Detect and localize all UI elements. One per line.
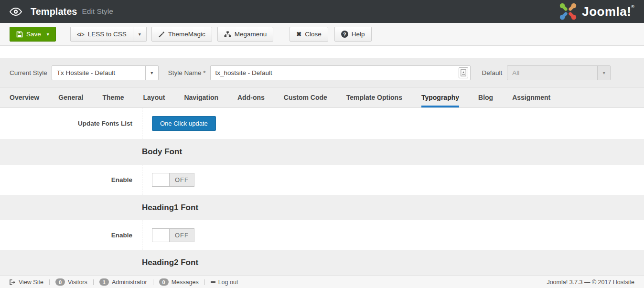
current-style-value: Tx Hostsite - Default [52,69,145,76]
code-icon: </> [77,32,85,37]
one-click-update-button[interactable]: One Click update [152,116,216,131]
tab-template-options[interactable]: Template Options [346,87,402,107]
style-name-wrap [210,65,471,80]
toolbar: Save ▾ </> LESS to CSS ▾ ThemeMagic [0,23,644,46]
admin-header: Templates Edit Style Joomla! ® [0,0,644,23]
view-site-link[interactable]: View Site [10,279,43,286]
body-font-enable-row: Enable OFF [0,165,644,195]
status-bar: View Site 0 Visitors 1 Administrator 0 M… [0,276,644,288]
tab-custom-code[interactable]: Custom Code [284,87,327,107]
megamenu-button[interactable]: Megamenu [217,27,274,42]
visitors-label: Visitors [68,279,87,286]
default-select[interactable]: All ▾ [507,65,611,80]
logout-link[interactable]: Log out [211,279,238,286]
messages-link[interactable]: 0 Messages [159,278,199,286]
save-label: Save [26,31,41,38]
logout-icon [211,281,215,283]
input-keyboard-icon [459,67,468,78]
visitors-link[interactable]: 0 Visitors [55,278,87,286]
toggle-handle[interactable] [152,173,170,187]
joomla-logo-icon [558,1,578,21]
body-font-enable-toggle[interactable]: OFF [152,173,194,187]
tab-overview[interactable]: Overview [10,87,39,107]
heading1-font-heading: Heading1 Font [142,203,198,213]
style-name-input[interactable] [210,65,471,80]
style-name-label: Style Name * [168,69,206,76]
exit-arrow-icon [10,279,16,285]
enable-control: OFF [142,220,194,250]
current-style-label: Current Style [10,69,47,76]
divider [204,279,205,285]
view-site-label: View Site [19,279,43,286]
heading1-font-section: Heading1 Font [0,195,644,220]
default-select-caret[interactable]: ▾ [597,66,610,80]
page-subtitle: Edit Style [82,7,113,16]
toggle-state-label: OFF [170,173,194,187]
chevron-down-icon: ▾ [150,70,153,75]
save-button[interactable]: Save ▾ [10,27,56,42]
update-fonts-row: Update Fonts List One Click update [0,108,644,139]
less-to-css-button[interactable]: </> LESS to CSS [70,27,133,42]
chevron-down-icon: ▾ [603,70,605,75]
default-value: All [507,69,597,76]
save-caret-icon[interactable]: ▾ [47,32,49,37]
body-font-heading: Body Font [142,147,182,157]
megamenu-label: Megamenu [235,31,267,38]
update-fonts-label: Update Fonts List [0,120,132,127]
heading1-font-enable-row: Enable OFF [0,220,644,250]
spacer [0,46,644,58]
joomla-logo-text: Joomla! [582,4,631,19]
help-icon: ? [341,31,348,38]
help-label: Help [352,31,365,38]
close-button[interactable]: ✖ Close [290,27,328,42]
divider [153,279,153,285]
heading2-font-section: Heading2 Font [0,250,644,276]
administrator-link[interactable]: 1 Administrator [99,278,147,286]
thememagic-label: ThemeMagic [168,31,205,38]
enable-control: OFF [142,165,194,195]
tab-layout[interactable]: Layout [143,87,165,107]
sitemap-icon [224,31,231,37]
enable-label: Enable [0,232,132,239]
administrator-label: Administrator [112,279,147,286]
toggle-handle[interactable] [152,228,170,242]
update-fonts-control: One Click update [142,108,216,139]
close-label: Close [305,31,322,38]
messages-count-badge: 0 [159,278,169,286]
toggle-state-label: OFF [170,228,194,242]
messages-label: Messages [172,279,199,286]
current-style-select[interactable]: Tx Hostsite - Default ▾ [52,65,159,80]
less-to-css-group: </> LESS to CSS ▾ [70,27,147,42]
tab-typography[interactable]: Typography [421,87,459,107]
close-icon: ✖ [296,31,301,38]
tab-bar: Overview General Theme Layout Navigation… [0,87,644,108]
help-button[interactable]: ? Help [334,27,372,42]
body-font-section: Body Font [0,139,644,165]
enable-label: Enable [0,176,132,183]
thememagic-button[interactable]: ThemeMagic [151,27,212,42]
chevron-down-icon: ▾ [139,32,141,37]
page-title: Templates [31,6,77,17]
tab-general[interactable]: General [58,87,83,107]
tab-theme[interactable]: Theme [102,87,124,107]
tab-blog[interactable]: Blog [478,87,493,107]
default-label: Default [482,69,503,76]
divider [49,279,50,285]
tab-assignment[interactable]: Assignment [512,87,550,107]
joomla-logo: Joomla! ® [558,1,634,21]
admin-count-badge: 1 [99,278,109,286]
divider [93,279,94,285]
tab-navigation[interactable]: Navigation [184,87,218,107]
version-copyright: Joomla! 3.7.3 — © 2017 Hostsite [547,279,634,286]
logout-label: Log out [218,279,238,286]
eye-icon [10,8,22,16]
save-icon [16,31,23,38]
magic-wand-icon [158,31,165,38]
heading1-font-enable-toggle[interactable]: OFF [152,228,194,242]
visitors-count-badge: 0 [55,278,65,286]
less-to-css-label: LESS to CSS [88,31,127,38]
joomla-logo-reg: ® [631,4,634,9]
tab-add-ons[interactable]: Add-ons [237,87,265,107]
current-style-caret[interactable]: ▾ [145,66,158,80]
less-to-css-caret-button[interactable]: ▾ [133,27,147,42]
